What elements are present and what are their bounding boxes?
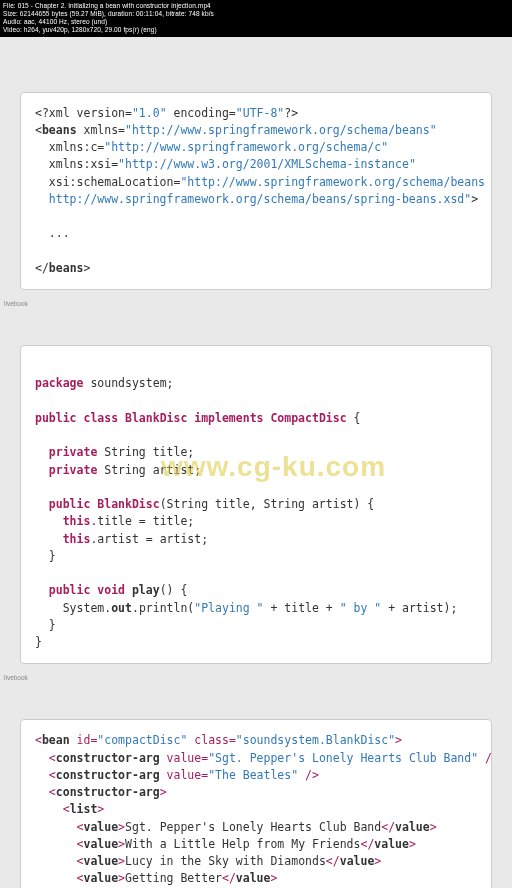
meta-video: Video: h264, yuv420p, 1280x720, 29.00 fp…	[3, 26, 157, 33]
meta-size: Size: 62144655 bytes (59.27 MiB), durati…	[3, 10, 214, 17]
badge-2: livebook	[4, 674, 512, 681]
meta-audio: Audio: aac, 44100 Hz, stereo (und)	[3, 18, 107, 25]
code-block-xml-config: <?xml version="1.0" encoding="UTF-8"?> <…	[20, 92, 492, 291]
code-block-java-class: www.cg-ku.compackage soundsystem; public…	[20, 345, 492, 664]
code-block-xml-bean: <bean id="compactDisc" class="soundsyste…	[20, 719, 492, 888]
meta-file: File: 015 - Chapter 2. Initializing a be…	[3, 2, 211, 9]
badge-1: livebook	[4, 300, 512, 307]
video-metadata-bar: File: 015 - Chapter 2. Initializing a be…	[0, 0, 512, 37]
